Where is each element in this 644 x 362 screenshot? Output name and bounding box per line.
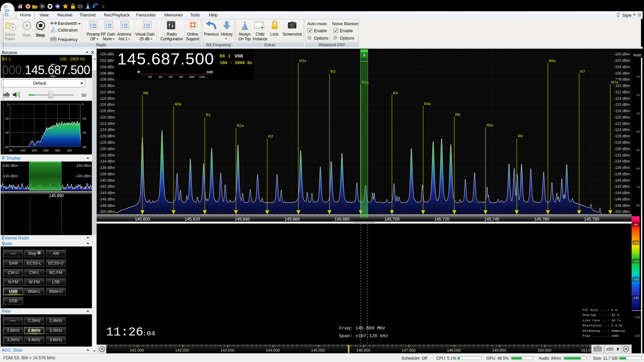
svg-text:-100: -100 [633,241,639,244]
svg-text:-120 dBm: -120 dBm [99,115,115,119]
svg-text:150.000: 150.000 [537,348,551,352]
svg-text:80: 80 [179,75,183,79]
svg-text:R7: R7 [580,70,585,74]
svg-text:-10: -10 [636,75,640,78]
svg-text:200: 200 [32,149,37,152]
svg-text:-134 dBm: -134 dBm [614,159,630,163]
svg-text:-145 dBm: -145 dBm [2,174,18,178]
svg-text:USB: USB [235,54,243,59]
svg-text:400: 400 [43,149,48,152]
svg-text:-118 dBm: -118 dBm [614,109,630,113]
svg-text:0: 0 [7,103,9,106]
svg-text:-140: -140 [634,316,640,319]
svg-text:-114 dBm: -114 dBm [99,96,115,100]
svg-text:-130: -130 [633,296,639,300]
svg-text:-150 dBm: -150 dBm [614,210,630,214]
svg-text:R3: R3 [331,70,336,74]
svg-text:-144 dBm: -144 dBm [99,191,115,195]
svg-text:-132 dBm: -132 dBm [614,153,630,157]
svg-text:-148 dBm: -148 dBm [614,203,630,208]
svg-text:-122 dBm: -122 dBm [99,122,115,126]
svg-text:-106 dBm: -106 dBm [614,71,630,75]
svg-text:145.780: 145.780 [584,217,599,222]
svg-text:-116 dBm: -116 dBm [614,102,630,106]
svg-text:-128 dBm: -128 dBm [99,140,115,144]
svg-text:40: 40 [158,75,162,79]
svg-text:-150: -150 [634,334,640,337]
svg-text:Freq: 145.689 MHz: Freq: 145.689 MHz [339,326,385,331]
svg-text:144.000: 144.000 [266,348,280,352]
svg-text:-70: -70 [636,185,640,189]
svg-text:Span: ±107.128 kHz: Span: ±107.128 kHz [339,333,388,338]
svg-text:141.000: 141.000 [130,348,144,352]
svg-text:-104 dBm: -104 dBm [99,65,115,69]
svg-text:-108 dBm: -108 dBm [99,77,115,81]
svg-text:145.690: 145.690 [49,193,64,198]
svg-text:-102 dBm: -102 dBm [99,58,115,62]
svg-text:-138 dBm: -138 dBm [99,172,115,176]
svg-text:1k6: 1k6 [67,149,72,152]
svg-text:-146 dBm: -146 dBm [99,197,115,201]
svg-text:50: 50 [9,149,12,152]
svg-text:-128 dBm: -128 dBm [614,140,630,144]
svg-text:145.720: 145.720 [434,217,449,222]
svg-text:Plan ........: CUDA: Plan ........: CUDA [583,334,619,338]
svg-text:145.640: 145.640 [235,217,250,222]
svg-text:-20: -20 [82,117,86,120]
svg-text:-148 dBm: -148 dBm [99,203,115,208]
svg-text:11:26: 11:26 [106,325,143,339]
svg-text:145.680: 145.680 [334,217,350,222]
svg-text:FFT Size ....: 8 m: FFT Size ....: 8 m [583,308,617,312]
svg-text:-112 dBm: -112 dBm [99,90,115,94]
svg-text:-146 dBm: -146 dBm [614,197,630,201]
svg-text:-40: -40 [4,131,9,134]
svg-text:x50: x50 [606,347,613,352]
svg-text:Line rate ...: 40 /s: Line rate ...: 40 /s [583,319,621,322]
svg-text:R0: R0 [144,91,149,95]
svg-text:R1x: R1x [237,124,244,128]
svg-text:-116 dBm: -116 dBm [99,102,115,106]
svg-text:-80: -80 [636,204,640,207]
svg-text:147.000: 147.000 [401,348,416,352]
svg-text:-30: -30 [636,112,640,115]
svg-text:-114 dBm: -114 dBm [614,96,630,100]
svg-text:-118 dBm: -118 dBm [99,109,115,113]
svg-text:145.660: 145.660 [284,217,300,222]
svg-text:60: 60 [169,75,173,79]
svg-text:R4x: R4x [424,102,431,106]
svg-text:R7x: R7x [611,80,619,84]
svg-text:-40: -40 [636,130,640,133]
svg-text:-122 dBm: -122 dBm [614,122,630,126]
svg-text:-112 dBm: -112 dBm [614,90,630,94]
svg-text:-136 dBm: -136 dBm [99,166,115,170]
svg-text:142.000: 142.000 [175,348,189,352]
svg-text:R2x: R2x [300,59,307,63]
svg-text:-134 dBm: -134 dBm [99,159,115,163]
svg-text:-140 dBm: -140 dBm [614,178,630,182]
svg-text:RX 1: RX 1 [220,54,230,59]
svg-text:-124 dBm: -124 dBm [614,128,630,132]
svg-text:R6: R6 [518,134,523,138]
svg-text:120: 120 [199,75,205,79]
svg-text:-110 dBm: -110 dBm [99,84,115,88]
svg-text:-100 dBm: -100 dBm [99,52,115,56]
svg-text:145.700: 145.700 [384,217,399,222]
svg-text:R5: R5 [455,112,461,117]
svg-text:148.000: 148.000 [447,348,461,352]
svg-text:-90: -90 [633,223,638,226]
svg-text:143.000: 143.000 [220,348,234,352]
svg-text:-140 dBm: -140 dBm [2,164,18,168]
svg-text:R4: R4 [393,91,398,95]
svg-text:145.760: 145.760 [534,217,549,222]
svg-text:-126 dBm: -126 dBm [99,134,115,138]
svg-text:-40: -40 [82,131,86,134]
svg-text:-142 dBm: -142 dBm [99,184,115,188]
svg-text:-20: -20 [636,93,640,97]
svg-text:-100 dBm: -100 dBm [614,52,630,56]
svg-text:Auto: Auto [633,53,642,57]
svg-text:100: 100 [189,75,194,79]
svg-text:-138 dBm: -138 dBm [614,172,630,176]
svg-text:-60: -60 [4,145,9,149]
svg-text:100 - 2900 Hz: 100 - 2900 Hz [220,61,253,65]
svg-text:-50: -50 [636,148,640,152]
